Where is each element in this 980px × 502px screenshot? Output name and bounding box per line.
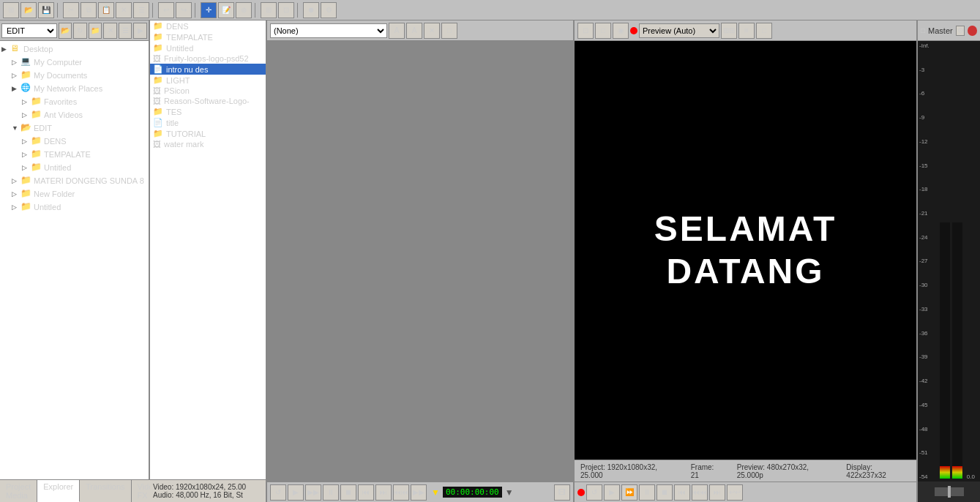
refresh-btn[interactable]: ↻	[73, 23, 87, 39]
untitled-edit-icon: 📁	[31, 162, 42, 173]
untitled-root-icon: 📁	[20, 201, 32, 213]
ps-filmstrip[interactable]: 🎞	[554, 484, 570, 501]
watermark-file-icon: 🖼	[153, 140, 161, 149]
toolbar-pointer[interactable]: ✛	[201, 2, 217, 18]
none-dropdown[interactable]: (None)	[270, 23, 387, 38]
tree-untitled-edit[interactable]: ▷ 📁 Untitled	[1, 161, 147, 174]
mp-more[interactable]: ≡	[738, 23, 755, 39]
toolbar-undo[interactable]: ↩	[158, 2, 174, 18]
mp-loop[interactable]: ↺	[586, 484, 602, 501]
open-btn[interactable]: 📂	[59, 23, 72, 39]
tree-untitled-root[interactable]: ▷ 📁 Untitled	[1, 201, 147, 214]
mp-stop[interactable]: ⏹	[657, 484, 673, 501]
browser-item-fruity[interactable]: 🖼 Fruity-loops-logo-psd52	[150, 53, 266, 64]
master-settings[interactable]: ⚙	[956, 26, 965, 36]
browser-item-watermark[interactable]: 🖼 water mark	[150, 139, 266, 149]
tree-network-places[interactable]: ▶ 🌐 My Network Places	[1, 82, 147, 95]
browser-file-info: Video: 1920x1080x24, 25.00 Audio: 48,000…	[150, 479, 266, 502]
tree-ant-videos[interactable]: ▷ 📁 Ant Videos	[1, 108, 147, 121]
tree-tempalate[interactable]: ▷ 📁 TEMPALATE	[1, 148, 147, 161]
tab-explorer[interactable]: Explorer	[37, 480, 80, 502]
ps-prev[interactable]: ⏮	[358, 484, 374, 501]
tree-new-folder[interactable]: ▷ 📁 New Folder	[1, 187, 147, 201]
ps-pause[interactable]: ⏸	[323, 484, 339, 501]
mp-prev-frame[interactable]: ⏮	[674, 484, 690, 501]
toolbar-paste[interactable]: 📋	[98, 2, 114, 18]
browser-item-intro[interactable]: 📄 intro nu des	[150, 64, 266, 75]
browser-item-tes[interactable]: 📁 TES	[150, 106, 266, 117]
browser-item-light[interactable]: 📁 LIGHT	[150, 75, 266, 86]
browser-item-psicon[interactable]: 🖼 PSicon	[150, 86, 266, 96]
preview-close[interactable]: □	[441, 23, 457, 39]
left-panel: EDIT 📂 ↻ 📁 ✕ ☰ ▶ ▶ 🖥 Desktop ▷ 💻 My Comp…	[0, 20, 150, 502]
tree-my-documents[interactable]: ▷ 📁 My Documents	[1, 69, 147, 82]
toolbar-delete[interactable]: ✕	[116, 2, 132, 18]
mp-zoom[interactable]: □	[595, 23, 611, 39]
toolbar-trim[interactable]: ⊕	[236, 2, 252, 18]
toolbar-settings[interactable]: ⚙	[321, 2, 337, 18]
toolbar-properties[interactable]: ☰	[133, 2, 149, 18]
mp-close[interactable]: □	[756, 23, 772, 39]
preview-btn2[interactable]: A	[406, 23, 422, 39]
mp-play[interactable]: ▶	[604, 484, 620, 501]
toolbar-snap[interactable]: ⊞	[261, 2, 277, 18]
toolbar-open-folder[interactable]: 📂	[20, 2, 37, 18]
play-preview-btn[interactable]: ▶	[133, 23, 147, 39]
tree-dens[interactable]: ▷ 📁 DENS	[1, 135, 147, 148]
toolbar-new[interactable]: ⊞	[3, 2, 19, 18]
toolbar-record[interactable]: ⏺	[303, 2, 319, 18]
mp-overlay[interactable]: ◉	[613, 23, 629, 39]
master-record[interactable]	[968, 26, 977, 36]
browser-item-title[interactable]: 📄 title	[150, 117, 266, 128]
tree-edit[interactable]: ▼ 📂 EDIT	[1, 121, 147, 135]
ps-ff[interactable]: ⏭	[375, 484, 392, 501]
ps-more[interactable]: ▶▶	[411, 484, 427, 501]
toolbar-redo[interactable]: ↪	[176, 2, 192, 18]
prop-btn[interactable]: ☰	[119, 23, 132, 39]
ps-play[interactable]: ▶	[288, 484, 304, 501]
mp-ff[interactable]: ⏩	[621, 484, 637, 501]
sep1	[57, 3, 60, 18]
browser-item-dens[interactable]: 📁 DENS	[150, 20, 266, 31]
master-fader-track[interactable]	[935, 487, 964, 496]
browser-item-tutorial[interactable]: 📁 TUTORIAL	[150, 128, 266, 139]
tab-transitions[interactable]: Transitions	[80, 480, 131, 502]
toolbar-copy[interactable]: ⧉	[81, 2, 97, 18]
browser-item-reason[interactable]: 🖼 Reason-Software-Logo-	[150, 96, 266, 106]
sep5	[297, 3, 300, 18]
preview-small-panel: (None) A A ✕ □ ↺ ▶ ▶▶ ⏸ ⏹ ⏮ ⏭ ⏮⏮ ▶▶ ▼ 00…	[267, 20, 575, 502]
preview-btn3[interactable]: ✕	[424, 23, 440, 39]
materi-icon: 📁	[20, 175, 32, 187]
toolbar-edit-mode[interactable]: 📝	[218, 2, 234, 18]
preview-btn1[interactable]: A	[389, 23, 405, 39]
tree-materi[interactable]: ▷ 📁 MATERI DONGENG SUNDA 8	[1, 174, 147, 187]
ant-videos-icon: 📁	[31, 109, 42, 121]
ps-stop[interactable]: ⏹	[340, 484, 356, 501]
toolbar-save[interactable]: 💾	[38, 2, 54, 18]
mp-record-btn[interactable]	[577, 489, 585, 496]
edit-dropdown[interactable]: EDIT	[1, 23, 57, 38]
mp-settings[interactable]: ⊞⊞	[721, 23, 737, 39]
browser-item-untitled[interactable]: 📁 Untitled	[150, 42, 266, 53]
delete-btn[interactable]: ✕	[103, 23, 117, 39]
mp-next-fast[interactable]: ⏭	[709, 484, 725, 501]
ps-marker-icon: ▼	[431, 487, 440, 498]
browser-item-tempalate[interactable]: 📁 TEMPALATE	[150, 31, 266, 42]
tree-favorites[interactable]: ▷ 📁 Favorites	[1, 95, 147, 108]
mp-rew[interactable]: ↩↩	[727, 484, 743, 501]
ps-loop[interactable]: ↺	[270, 484, 286, 501]
tree-desktop[interactable]: ▶ 🖥 Desktop	[1, 42, 147, 56]
network-places-label: My Network Places	[34, 84, 102, 93]
tree-my-computer[interactable]: ▷ 💻 My Computer	[1, 56, 147, 69]
preview-mode-dropdown[interactable]: Preview (Auto)	[639, 23, 719, 38]
mp-prev-fast[interactable]: ⏮⏮	[692, 484, 708, 501]
mp-pause[interactable]: ⏸	[639, 484, 655, 501]
toolbar-grid[interactable]: ⊡	[278, 2, 294, 18]
ps-rr[interactable]: ⏮⏮	[393, 484, 409, 501]
ps-play2[interactable]: ▶▶	[305, 484, 321, 501]
tab-project-media[interactable]: Project Media	[0, 480, 37, 502]
vu-fill-right	[952, 466, 962, 479]
new-folder-btn[interactable]: 📁	[89, 23, 102, 39]
mp-auto[interactable]: ⊡	[577, 23, 594, 39]
toolbar-cut[interactable]: ✂	[63, 2, 79, 18]
